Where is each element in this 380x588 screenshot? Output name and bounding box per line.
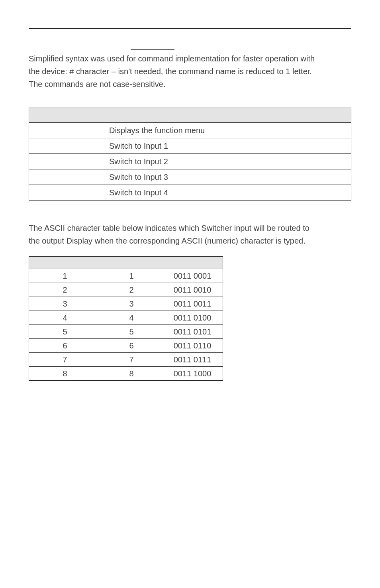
- table-row: 880011 1000: [29, 367, 223, 381]
- intro-paragraph: Simplified syntax was used for command i…: [29, 53, 351, 89]
- table-cell: 8: [101, 367, 162, 381]
- table-row: 110011 0001: [29, 269, 223, 283]
- intro-line: Simplified syntax was used for command i…: [29, 53, 351, 64]
- table-cell: 2: [101, 283, 162, 297]
- table-header-row: [29, 257, 223, 269]
- table-row: Switch to Input 2: [29, 154, 351, 169]
- table-row: Switch to Input 1: [29, 138, 351, 154]
- section-underline: [29, 43, 351, 53]
- table-header-cell: [162, 257, 223, 269]
- table-cell: 4: [29, 311, 101, 325]
- mid-line: the output Display when the correspondin…: [29, 236, 351, 246]
- table-cell: Switch to Input 2: [105, 154, 351, 169]
- top-rule: [29, 28, 351, 29]
- table-cell: 0011 0011: [162, 297, 223, 311]
- table-row: Switch to Input 4: [29, 185, 351, 201]
- table-cell: [29, 169, 105, 185]
- table-cell: 1: [101, 269, 162, 283]
- table-row: 440011 0100: [29, 311, 223, 325]
- table-cell: 3: [101, 297, 162, 311]
- table-header-cell: [29, 108, 105, 123]
- table-row: 220011 0010: [29, 283, 223, 297]
- intro-line: the device: # character – isn't needed, …: [29, 66, 351, 77]
- table-cell: 5: [101, 325, 162, 339]
- table-cell: 6: [29, 339, 101, 353]
- table-cell: 2: [29, 283, 101, 297]
- table-cell: Switch to Input 4: [105, 185, 351, 201]
- table-cell: 7: [29, 353, 101, 367]
- table-cell: 3: [29, 297, 101, 311]
- table-cell: 0011 0110: [162, 339, 223, 353]
- table-cell: 5: [29, 325, 101, 339]
- table-cell: [29, 138, 105, 154]
- table-row: 550011 0101: [29, 325, 223, 339]
- table-row: Displays the function menu: [29, 123, 351, 138]
- table-cell: 1: [29, 269, 101, 283]
- table-cell: 7: [101, 353, 162, 367]
- mid-line: The ASCII character table below indicate…: [29, 223, 351, 233]
- table-cell: Displays the function menu: [105, 123, 351, 138]
- table-cell: [29, 123, 105, 138]
- intro-line: The commands are not case-sensitive.: [29, 79, 351, 89]
- table-cell: 6: [101, 339, 162, 353]
- table-cell: [29, 185, 105, 201]
- table-header-cell: [105, 108, 351, 123]
- table-cell: 0011 0101: [162, 325, 223, 339]
- table-cell: 0011 0001: [162, 269, 223, 283]
- table-cell: 0011 0100: [162, 311, 223, 325]
- mid-paragraph: The ASCII character table below indicate…: [29, 223, 351, 246]
- table-header-cell: [101, 257, 162, 269]
- table-cell: Switch to Input 1: [105, 138, 351, 154]
- table-cell: 4: [101, 311, 162, 325]
- command-table: Displays the function menu Switch to Inp…: [29, 108, 351, 201]
- ascii-table: 110011 0001 220011 0010 330011 0011 4400…: [29, 256, 223, 381]
- table-cell: 8: [29, 367, 101, 381]
- table-cell: [29, 154, 105, 169]
- table-row: 660011 0110: [29, 339, 223, 353]
- table-cell: 0011 0111: [162, 353, 223, 367]
- table-row: 330011 0011: [29, 297, 223, 311]
- table-cell: Switch to Input 3: [105, 169, 351, 185]
- table-row: Switch to Input 3: [29, 169, 351, 185]
- table-header-row: [29, 108, 351, 123]
- table-header-cell: [29, 257, 101, 269]
- table-row: 770011 0111: [29, 353, 223, 367]
- table-cell: 0011 1000: [162, 367, 223, 381]
- table-cell: 0011 0010: [162, 283, 223, 297]
